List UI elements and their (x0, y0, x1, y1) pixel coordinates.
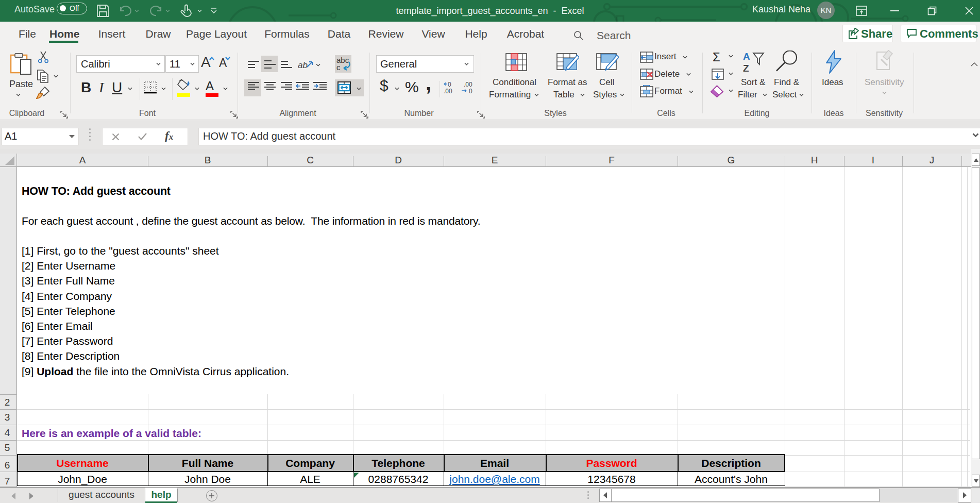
svg-text:.00: .00 (464, 81, 472, 88)
svg-text:0: 0 (469, 88, 472, 94)
svg-text:A: A (743, 51, 750, 62)
svg-text:.00: .00 (444, 88, 452, 94)
svg-text:Z: Z (743, 63, 749, 73)
svg-text:ab: ab (298, 60, 308, 70)
svg-text:c: c (336, 63, 341, 71)
svg-text:0: 0 (448, 81, 451, 88)
